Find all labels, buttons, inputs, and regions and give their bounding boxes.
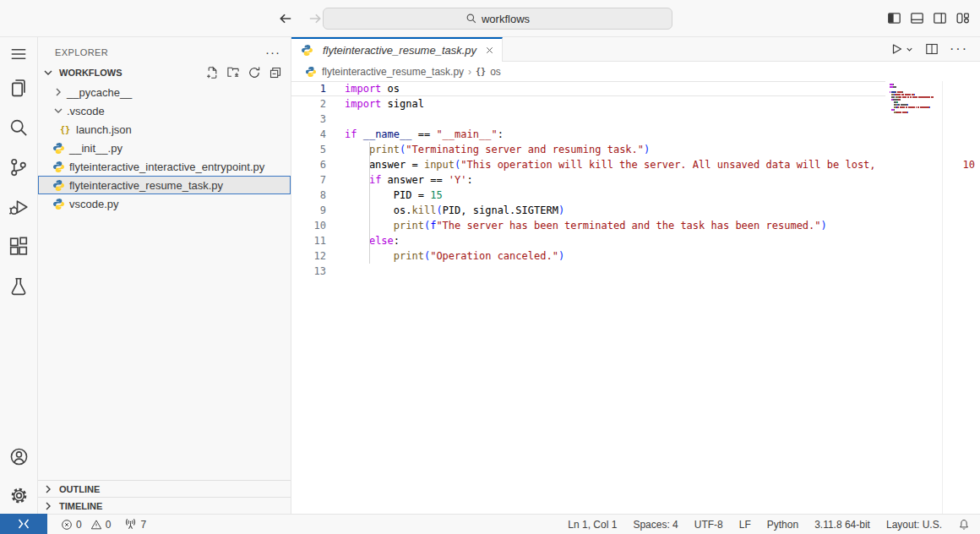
code-editor[interactable]: 1import os2import signal34if __name__ ==… — [291, 81, 980, 514]
line-number[interactable]: 12 — [291, 248, 326, 264]
workflows-section-header[interactable]: WORKFLOWS — [38, 63, 291, 83]
breadcrumb: flyteinteractive_resume_task.py › {} os — [291, 62, 980, 81]
more-actions-icon[interactable]: ··· — [950, 45, 968, 53]
code-line-1[interactable]: 1import os — [291, 81, 980, 96]
line-number[interactable]: 10 — [291, 218, 326, 233]
forward-arrow-icon[interactable] — [307, 10, 324, 27]
indent-guide — [369, 203, 370, 218]
run-and-debug-icon[interactable] — [0, 187, 38, 226]
tree-item--vscode[interactable]: .vscode — [38, 101, 291, 120]
line-number[interactable]: 9 — [291, 203, 326, 218]
collapse-all-icon[interactable] — [269, 66, 282, 79]
toggle-primary-sidebar-icon[interactable] — [887, 11, 901, 25]
code-line-3[interactable]: 3 — [291, 112, 980, 127]
eol-sequence[interactable]: LF — [739, 519, 751, 531]
line-number[interactable]: 13 — [291, 264, 326, 279]
cursor-position[interactable]: Ln 1, Col 1 — [568, 519, 617, 531]
chevron-down-icon — [52, 104, 65, 117]
code-line-9[interactable]: 9 os.kill(PID, signal.SIGTERM) — [291, 203, 980, 218]
breadcrumb-symbol[interactable]: os — [490, 66, 501, 78]
warning-icon — [90, 519, 102, 531]
explorer-title: EXPLORER — [55, 47, 108, 57]
split-editor-icon[interactable] — [925, 42, 939, 56]
tree-item--init-py[interactable]: __init__.py — [38, 139, 291, 157]
editor-group: flyteinteractive_resume_task.py ··· — [291, 37, 980, 514]
python-interpreter[interactable]: 3.11.8 64-bit — [814, 519, 870, 531]
tab-flyteinteractive-resume-task[interactable]: flyteinteractive_resume_task.py — [291, 37, 503, 62]
tree-item-label: vscode.py — [69, 198, 119, 210]
bell-icon — [958, 519, 970, 531]
account-icon[interactable] — [0, 437, 38, 477]
remote-indicator[interactable] — [0, 514, 47, 534]
editor-scrollbar[interactable] — [942, 81, 980, 514]
timeline-section-header[interactable]: TIMELINE — [38, 497, 291, 514]
indent-guide — [369, 188, 370, 203]
breadcrumb-separator-icon: › — [468, 66, 471, 78]
minimap[interactable] — [885, 81, 942, 514]
new-folder-icon[interactable] — [226, 66, 240, 79]
ports-count: 7 — [140, 519, 146, 531]
error-icon — [61, 519, 73, 531]
keyboard-layout[interactable]: Layout: U.S. — [886, 519, 942, 531]
code-lines-container: 1import os2import signal34if __name__ ==… — [291, 81, 980, 279]
extensions-icon[interactable] — [0, 226, 38, 266]
code-line-11[interactable]: 11 else: — [291, 233, 980, 248]
search-sidebar-icon[interactable] — [0, 107, 38, 147]
indent-guide — [369, 157, 370, 172]
run-button[interactable] — [890, 42, 914, 56]
settings-gear-icon[interactable] — [0, 477, 38, 514]
search-text: workflows — [482, 13, 530, 25]
problems-status[interactable]: 0 0 — [61, 519, 111, 531]
line-number[interactable]: 6 — [291, 157, 326, 172]
tree-item-flyteinteractive-resume-task-py[interactable]: flyteinteractive_resume_task.py — [38, 176, 291, 194]
menu-icon[interactable] — [0, 41, 38, 68]
workflows-section-label: WORKFLOWS — [59, 68, 122, 78]
source-control-icon[interactable] — [0, 147, 38, 187]
line-number[interactable]: 11 — [291, 233, 326, 248]
language-mode[interactable]: Python — [767, 519, 798, 531]
line-number[interactable]: 3 — [291, 112, 326, 127]
indent-guide — [369, 233, 370, 248]
indent-guide — [369, 172, 370, 188]
new-file-icon[interactable] — [205, 66, 219, 79]
code-line-4[interactable]: 4if __name__ == "__main__": — [291, 127, 980, 142]
customize-layout-icon[interactable] — [956, 11, 970, 25]
back-arrow-icon[interactable] — [277, 10, 294, 27]
line-number[interactable]: 5 — [291, 142, 326, 157]
line-number[interactable]: 1 — [291, 81, 326, 96]
line-number[interactable]: 4 — [291, 127, 326, 142]
code-line-13[interactable]: 13 — [291, 264, 980, 279]
line-number[interactable]: 8 — [291, 188, 326, 203]
ports-status[interactable]: 7 — [124, 518, 146, 531]
notifications-bell[interactable] — [958, 519, 970, 531]
code-line-5[interactable]: 5 print("Terminating server and resuming… — [291, 142, 980, 157]
indentation[interactable]: Spaces: 4 — [633, 519, 678, 531]
error-count: 0 — [76, 519, 82, 531]
toggle-secondary-sidebar-icon[interactable] — [933, 11, 947, 25]
line-number[interactable]: 7 — [291, 172, 326, 188]
code-line-7[interactable]: 7 if answer == 'Y': — [291, 172, 980, 188]
line-number[interactable]: 2 — [291, 96, 326, 112]
tree-item-vscode-py[interactable]: vscode.py — [38, 194, 291, 213]
close-icon[interactable] — [484, 45, 495, 56]
toggle-panel-icon[interactable] — [910, 11, 924, 25]
radio-tower-icon — [124, 518, 137, 531]
tab-label: flyteinteractive_resume_task.py — [323, 44, 479, 57]
code-line-12[interactable]: 12 print("Operation canceled.") — [291, 248, 980, 264]
encoding[interactable]: UTF-8 — [694, 519, 723, 531]
tree-item-launch-json[interactable]: {}launch.json — [38, 120, 291, 139]
remote-icon — [17, 517, 30, 531]
explorer-icon[interactable] — [0, 68, 38, 107]
tree-item--pycache-[interactable]: __pycache__ — [38, 83, 291, 101]
breadcrumb-file[interactable]: flyteinteractive_resume_task.py — [322, 66, 464, 78]
code-line-6[interactable]: 6 answer = input("This operation will ki… — [291, 157, 980, 172]
code-line-8[interactable]: 8 PID = 15 — [291, 188, 980, 203]
tree-item-flyteinteractive-interactive-entrypoint-py[interactable]: flyteinteractive_interactive_entrypoint.… — [38, 157, 291, 176]
code-line-10[interactable]: 10 print(f"The server has been terminate… — [291, 218, 980, 233]
outline-section-header[interactable]: OUTLINE — [38, 480, 291, 497]
testing-icon[interactable] — [0, 266, 38, 306]
search-input[interactable]: workflows — [323, 8, 672, 30]
code-line-2[interactable]: 2import signal — [291, 96, 980, 112]
refresh-icon[interactable] — [248, 66, 261, 79]
explorer-more-actions-icon[interactable]: ··· — [265, 48, 280, 57]
